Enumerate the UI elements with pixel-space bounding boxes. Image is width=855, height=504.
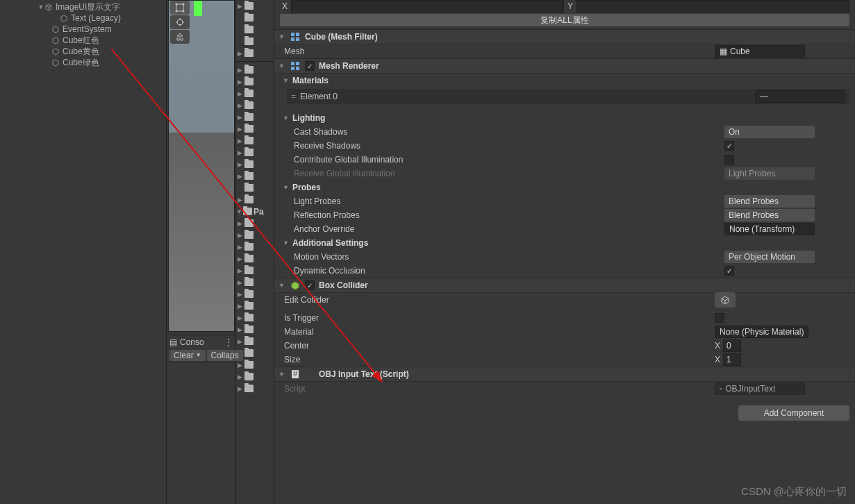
- folder-row[interactable]: ▶: [236, 335, 274, 347]
- expand-arrow-icon[interactable]: ▼: [38, 3, 44, 10]
- property-label: Size: [284, 355, 715, 364]
- hierarchy-item[interactable]: Text (Legacy): [0, 12, 166, 24]
- motion-vectors-dropdown[interactable]: Per Object Motion: [724, 251, 815, 263]
- mesh-field[interactable]: ▦Cube: [715, 45, 805, 58]
- folder-row[interactable]: ▶: [236, 170, 274, 182]
- folder-icon: [244, 326, 254, 333]
- folder-row[interactable]: ▶: [236, 0, 274, 12]
- component-header[interactable]: ▼ ✓ Box Collider: [274, 278, 855, 293]
- hierarchy-item-label: Cube红色: [63, 35, 99, 47]
- edit-collider-button[interactable]: [715, 292, 736, 308]
- probes-section[interactable]: ▼Probes: [274, 180, 855, 194]
- material-field[interactable]: —: [755, 90, 845, 103]
- folder-row[interactable]: ▶: [236, 76, 274, 87]
- folder-row[interactable]: [236, 182, 274, 194]
- folder-row[interactable]: ▶: [236, 87, 274, 99]
- script-component: ▼ # OBJ Input Text (Script) Script▫OBJIn…: [274, 367, 855, 396]
- folder-row[interactable]: ▶: [236, 217, 274, 229]
- folder-row[interactable]: ▶: [236, 300, 274, 312]
- dynamic-occlusion-checkbox[interactable]: ✓: [724, 266, 734, 276]
- contribute-gi-checkbox[interactable]: [724, 155, 734, 165]
- y-field[interactable]: [576, 0, 849, 12]
- custom-tool-button[interactable]: [170, 30, 190, 44]
- folder-row[interactable]: ▶: [236, 371, 274, 383]
- hierarchy-item[interactable]: Cube绿色: [0, 57, 166, 68]
- folder-row[interactable]: [236, 12, 274, 24]
- foldout-arrow-icon[interactable]: ▼: [279, 282, 285, 289]
- console-menu-icon[interactable]: ⋮: [224, 337, 233, 347]
- folder-row[interactable]: ▶: [236, 229, 274, 241]
- folder-row[interactable]: ▶: [236, 194, 274, 205]
- folder-row[interactable]: ▶: [236, 111, 274, 123]
- gizmo-icon: [194, 1, 202, 16]
- script-field[interactable]: ▫OBJInputText: [715, 383, 805, 395]
- receive-shadows-checkbox[interactable]: ✓: [724, 141, 734, 151]
- scene-viewport[interactable]: [168, 0, 235, 332]
- physic-material-field[interactable]: None (Physic Material): [715, 326, 808, 338]
- component-title: Mesh Renderer: [319, 61, 379, 71]
- folder-row[interactable]: ▶: [236, 359, 274, 371]
- material-element[interactable]: = Element 0 —: [287, 89, 849, 104]
- hierarchy-item[interactable]: Cube红色: [0, 35, 166, 46]
- collapse-button[interactable]: Collaps: [207, 350, 243, 361]
- x-label: X: [715, 355, 720, 364]
- reflection-probes-dropdown[interactable]: Blend Probes: [724, 209, 815, 221]
- foldout-arrow-icon[interactable]: ▼: [279, 62, 285, 69]
- transform-tool-button[interactable]: [170, 15, 190, 29]
- copy-all-button[interactable]: 复制ALL属性: [280, 14, 849, 26]
- property-label: Reflection Probes: [294, 210, 724, 220]
- folder-row[interactable]: ▶: [236, 383, 274, 394]
- lighting-section[interactable]: ▼Lighting: [274, 111, 855, 125]
- folder-row[interactable]: ▶: [236, 264, 274, 276]
- svg-rect-11: [296, 62, 299, 65]
- hierarchy-item[interactable]: ▼ImageUI显示文字: [0, 1, 166, 12]
- component-header[interactable]: ▼ Cube (Mesh Filter): [274, 29, 855, 44]
- console-tab[interactable]: Conso: [180, 337, 204, 347]
- folder-row[interactable]: [236, 24, 274, 35]
- center-x-field[interactable]: 0: [723, 339, 741, 352]
- folder-row[interactable]: ▶: [236, 276, 274, 288]
- folder-row[interactable]: ▶: [236, 158, 274, 170]
- folder-row[interactable]: ▶: [236, 324, 274, 335]
- folder-row[interactable]: ▶: [236, 64, 274, 76]
- folder-row[interactable]: ▶: [236, 253, 274, 264]
- add-component-button[interactable]: Add Component: [738, 405, 849, 421]
- rect-tool-button[interactable]: [170, 1, 190, 15]
- folder-row[interactable]: ▶: [236, 312, 274, 324]
- property-label: Edit Collider: [284, 295, 715, 305]
- folder-row[interactable]: ▶: [236, 99, 274, 111]
- component-header[interactable]: ▼ ✓ Mesh Renderer: [274, 58, 855, 74]
- folder-row[interactable]: ▶: [236, 241, 274, 253]
- folder-row[interactable]: ▶: [236, 47, 274, 59]
- foldout-arrow-icon[interactable]: ▼: [279, 371, 285, 378]
- hierarchy-item-label: Text (Legacy): [71, 13, 121, 23]
- is-trigger-checkbox[interactable]: [715, 313, 724, 323]
- anchor-override-field[interactable]: None (Transform): [724, 223, 815, 235]
- hierarchy-item[interactable]: EventSystem: [0, 24, 166, 35]
- folder-row[interactable]: ▶: [236, 146, 274, 158]
- property-label: Contribute Global Illumination: [294, 155, 724, 165]
- gameobject-icon: [51, 36, 60, 44]
- drag-handle-icon[interactable]: =: [291, 92, 296, 101]
- folder-icon: [244, 385, 254, 392]
- additional-section[interactable]: ▼Additional Settings: [274, 236, 855, 250]
- packages-header[interactable]: ▼Pa: [236, 205, 274, 217]
- size-x-field[interactable]: 1: [723, 353, 741, 366]
- hierarchy-item[interactable]: Cube黄色: [0, 46, 166, 57]
- light-probes-dropdown[interactable]: Blend Probes: [724, 195, 815, 208]
- folder-row[interactable]: [236, 35, 274, 47]
- enable-checkbox[interactable]: ✓: [305, 61, 315, 71]
- folder-row[interactable]: ▶: [236, 135, 274, 146]
- component-header[interactable]: ▼ # OBJ Input Text (Script): [274, 367, 855, 382]
- mesh-renderer-icon: [290, 60, 301, 72]
- enable-checkbox[interactable]: ✓: [305, 280, 315, 290]
- folder-row[interactable]: ▶: [236, 123, 274, 135]
- foldout-arrow-icon[interactable]: ▼: [279, 33, 285, 40]
- x-field[interactable]: [291, 0, 564, 12]
- clear-button[interactable]: Clear▼: [169, 350, 206, 361]
- materials-section[interactable]: ▼Materials: [274, 74, 855, 87]
- scene-panel: ▤ Conso ⋮ Clear▼ Collaps: [167, 0, 236, 504]
- cast-shadows-dropdown[interactable]: On: [724, 126, 815, 138]
- folder-icon: [243, 208, 252, 215]
- folder-row[interactable]: ▶: [236, 288, 274, 300]
